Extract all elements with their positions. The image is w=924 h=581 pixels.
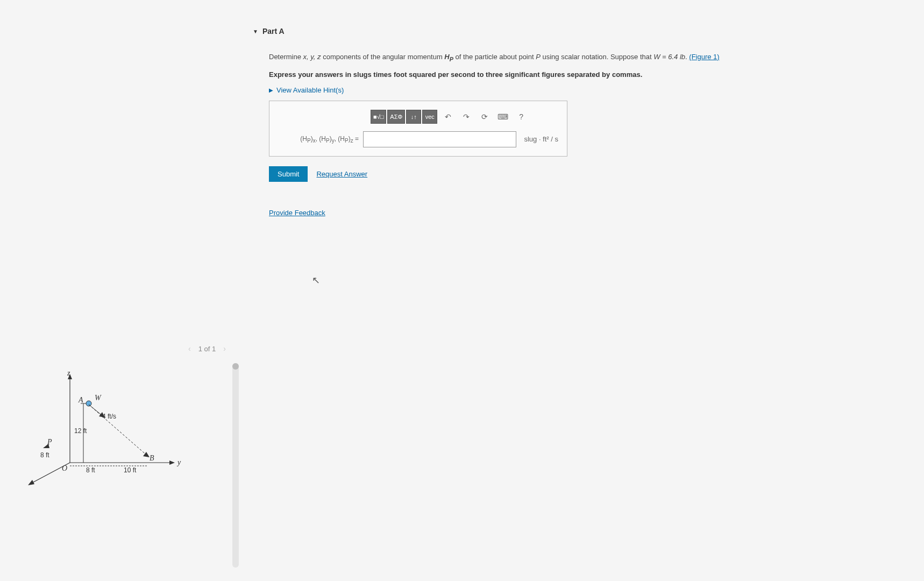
svg-text:y: y <box>176 458 181 466</box>
svg-text:A: A <box>78 396 83 404</box>
answer-units: slug · ft² / s <box>521 135 558 143</box>
svg-text:P: P <box>47 438 52 446</box>
submit-button[interactable]: Submit <box>269 166 308 182</box>
answer-label: (HP)x, (HP)y, (HP)z = <box>278 135 359 144</box>
figure-prev[interactable]: ‹ <box>188 344 191 353</box>
chevron-down-icon: ▼ <box>253 29 258 34</box>
figure-nav: ‹ 1 of 1 › <box>188 344 226 353</box>
figure-diagram: z y A W 4 ft/s 12 ft B P 8 ft O 8 ft 10 … <box>16 360 210 495</box>
svg-text:8 ft: 8 ft <box>40 451 49 459</box>
figure-counter: 1 of 1 <box>198 345 216 353</box>
svg-text:12 ft: 12 ft <box>74 427 87 435</box>
answer-box: ■√□ ΑΣΦ ↓↑ vec ↶ ↷ ⟳ ⌨ ? (HP)x, (HP)y, (… <box>269 101 567 157</box>
reset-button[interactable]: ⟳ <box>477 110 492 124</box>
provide-feedback-link[interactable]: Provide Feedback <box>269 209 325 217</box>
svg-text:4 ft/s: 4 ft/s <box>102 413 116 420</box>
redo-button[interactable]: ↷ <box>459 110 474 124</box>
svg-text:z: z <box>67 369 70 377</box>
figure-next[interactable]: › <box>223 344 226 353</box>
answer-instruction: Express your answers in slugs times foot… <box>269 70 758 79</box>
keyboard-button[interactable]: ⌨ <box>495 110 510 124</box>
chevron-right-icon: ▶ <box>269 87 273 93</box>
subsup-button[interactable]: ↓↑ <box>406 110 421 124</box>
figure-scrollbar[interactable] <box>232 363 239 568</box>
svg-text:8 ft: 8 ft <box>86 466 95 474</box>
svg-text:B: B <box>150 454 154 462</box>
template-button[interactable]: ■√□ <box>371 110 386 124</box>
request-answer-link[interactable]: Request Answer <box>316 170 367 178</box>
figure-link[interactable]: (Figure 1) <box>689 53 719 61</box>
svg-marker-5 <box>28 480 34 485</box>
answer-input[interactable] <box>363 131 516 147</box>
greek-button[interactable]: ΑΣΦ <box>387 110 405 124</box>
svg-line-9 <box>89 405 148 456</box>
svg-text:W: W <box>95 394 102 402</box>
view-hints[interactable]: ▶ View Available Hint(s) <box>269 86 758 94</box>
scroll-thumb[interactable] <box>232 363 239 370</box>
svg-marker-4 <box>169 460 175 465</box>
undo-button[interactable]: ↶ <box>440 110 456 124</box>
svg-text:O: O <box>62 464 67 472</box>
svg-point-7 <box>86 401 91 406</box>
equation-toolbar: ■√□ ΑΣΦ ↓↑ vec ↶ ↷ ⟳ ⌨ ? <box>371 110 558 124</box>
part-header[interactable]: ▼ Part A <box>253 27 758 36</box>
mouse-cursor-icon: ↖ <box>312 274 320 286</box>
question-text: Determine x, y, z components of the angu… <box>269 52 758 64</box>
help-button[interactable]: ? <box>514 110 529 124</box>
svg-text:10 ft: 10 ft <box>124 466 137 474</box>
part-title: Part A <box>262 27 285 36</box>
vec-button[interactable]: vec <box>422 110 437 124</box>
